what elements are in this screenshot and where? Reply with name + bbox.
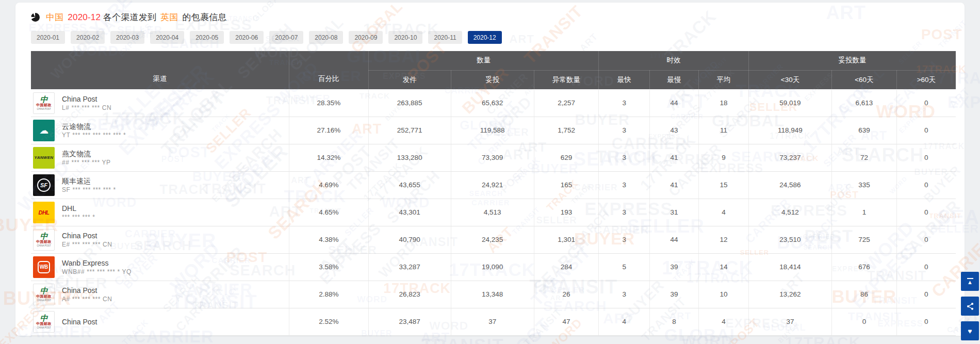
pie-chart-icon	[31, 13, 40, 22]
cell-abnormal: 26	[534, 281, 599, 308]
table-row[interactable]: 中中国邮政CHINA POST China Post E# *** *** **…	[31, 226, 956, 253]
cell-lt60d: 725	[832, 226, 897, 253]
carrier-name: Wanb Express	[62, 258, 132, 268]
table-row[interactable]: 中中国邮政CHINA POST China Post A# *** *** **…	[31, 281, 956, 308]
cell-average: 12	[698, 226, 748, 253]
cell-gt60d: 0	[896, 226, 956, 253]
cell-average: 18	[698, 89, 748, 117]
cell-sent: 43,655	[368, 171, 451, 199]
cell-lt60d: 86	[832, 281, 897, 308]
cell-delivered: 13,348	[451, 281, 534, 308]
title-month: 2020-12	[68, 12, 101, 22]
cell-lt30d: 59,019	[748, 89, 831, 117]
col-header-gt60d: >60天	[896, 70, 956, 89]
tab-2020-04[interactable]: 2020-04	[150, 31, 184, 44]
cell-sent: 43,301	[368, 199, 451, 226]
cell-fastest: 3	[599, 117, 650, 144]
sf-logo: SF	[33, 174, 55, 196]
tracking-number-mask: SF *** *** *** *** *	[62, 186, 116, 194]
back-to-top-button[interactable]: ▲	[961, 272, 979, 291]
tab-2020-03[interactable]: 2020-03	[110, 31, 144, 44]
cell-lt30d: 18,414	[748, 253, 831, 281]
col-header-delivered: 妥投	[451, 70, 534, 89]
table-row[interactable]: WB Wanb Express WNB## *** *** *** * YQ 3…	[31, 253, 956, 281]
cell-fastest: 4	[599, 308, 650, 335]
cell-lt60d: 6,613	[832, 89, 897, 117]
carrier-name: 燕文物流	[62, 149, 111, 158]
cell-fastest: 3	[599, 89, 650, 117]
tracking-number-mask: L# *** *** *** CN	[62, 104, 111, 112]
cell-abnormal: 284	[534, 253, 599, 281]
tab-2020-12[interactable]: 2020-12	[468, 31, 502, 44]
cell-abnormal: 629	[534, 144, 599, 171]
table-row[interactable]: SF 顺丰速运 SF *** *** *** *** * 4.69% 43,65…	[31, 171, 956, 199]
cell-lt30d: 4,512	[748, 199, 831, 226]
cell-average: 4	[698, 308, 748, 335]
cell-gt60d: 0	[896, 308, 956, 335]
cell-average: 4	[698, 199, 748, 226]
cell-sent: 263,885	[368, 89, 451, 117]
tab-2020-06[interactable]: 2020-06	[230, 31, 264, 44]
content-card: 中国 2020-12 各个渠道发到 英国 的包裹信息 2020-012020-0…	[15, 3, 965, 336]
yunexpress-logo: ☁	[33, 120, 55, 141]
tab-2020-11[interactable]: 2020-11	[428, 31, 462, 44]
cell-slowest: 44	[649, 89, 698, 117]
cell-delivered: 24,921	[451, 171, 534, 199]
tracking-number-mask: WNB## *** *** *** * YQ	[62, 268, 132, 276]
cell-sent: 40,790	[368, 226, 451, 253]
table-body: 中中国邮政CHINA POST China Post L# *** *** **…	[31, 89, 956, 335]
favorite-button[interactable]: ♥	[961, 321, 979, 340]
tab-2020-02[interactable]: 2020-02	[71, 31, 105, 44]
cell-slowest: 39	[649, 281, 698, 308]
carrier-name: China Post	[62, 286, 112, 295]
cell-gt60d: 0	[896, 281, 956, 308]
cell-lt60d: 72	[832, 144, 897, 171]
title-dest-country: 英国	[160, 12, 178, 22]
cell-percent: 4.38%	[289, 226, 368, 253]
carrier-name: DHL	[62, 204, 95, 213]
china-post-logo: 中中国邮政CHINA POST	[33, 229, 55, 251]
tab-2020-10[interactable]: 2020-10	[388, 31, 422, 44]
china-post-logo: 中中国邮政CHINA POST	[33, 284, 55, 305]
cell-abnormal: 165	[534, 171, 599, 199]
table-row[interactable]: YANWEN 燕文物流 ## *** *** *** YP 14.32% 133…	[31, 144, 956, 171]
cell-sent: 23,487	[368, 308, 451, 335]
carrier-name: 顺丰速运	[62, 176, 116, 186]
table-row[interactable]: ☁ 云途物流 YT *** *** *** *** *** * 27.16% 2…	[31, 117, 956, 144]
cell-lt30d: 37	[748, 308, 831, 335]
cell-delivered: 119,588	[451, 117, 534, 144]
carrier-name: China Post	[62, 231, 112, 240]
carrier-name: 云途物流	[62, 122, 126, 131]
cell-lt30d: 118,949	[748, 117, 831, 144]
share-button[interactable]	[961, 297, 979, 316]
watermark-word: TRANSIT	[421, 335, 504, 344]
col-header-lt30d: <30天	[748, 70, 831, 89]
col-header-lt60d: <60天	[832, 70, 897, 89]
table-header: 渠道 百分比 数量 时效 妥投数量 发件 妥投 异常数量 最快 最慢 平均 <3…	[31, 51, 956, 89]
cell-percent: 4.65%	[289, 199, 368, 226]
cell-gt60d: 0	[896, 144, 956, 171]
cell-fastest: 3	[599, 281, 650, 308]
cell-slowest: 39	[649, 253, 698, 281]
cell-average: 15	[698, 171, 748, 199]
cell-abnormal: 1,752	[534, 117, 599, 144]
tab-2020-01[interactable]: 2020-01	[31, 31, 65, 44]
cell-percent: 4.69%	[289, 171, 368, 199]
cell-delivered: 73,309	[451, 144, 534, 171]
month-tabs: 2020-012020-022020-032020-042020-052020-…	[31, 31, 956, 44]
tab-2020-07[interactable]: 2020-07	[269, 31, 303, 44]
china-post-logo: 中中国邮政CHINA POST	[33, 311, 55, 333]
cell-sent: 33,287	[368, 253, 451, 281]
cell-average: 9	[698, 144, 748, 171]
tab-2020-09[interactable]: 2020-09	[349, 31, 383, 44]
table-row[interactable]: DHL DHL *** *** *** * 4.65% 43,301 4,513…	[31, 199, 956, 226]
tab-2020-05[interactable]: 2020-05	[190, 31, 224, 44]
tracking-number-mask: *** *** *** *	[62, 213, 95, 221]
tab-2020-08[interactable]: 2020-08	[309, 31, 343, 44]
table-row[interactable]: 中中国邮政CHINA POST China Post 2.52% 23,487 …	[31, 308, 956, 335]
heart-icon: ♥	[968, 327, 972, 335]
wanb-logo: WB	[33, 256, 55, 278]
col-header-channel: 渠道	[31, 51, 289, 89]
parcel-table: 渠道 百分比 数量 时效 妥投数量 发件 妥投 异常数量 最快 最慢 平均 <3…	[31, 51, 956, 336]
table-row[interactable]: 中中国邮政CHINA POST China Post L# *** *** **…	[31, 89, 956, 117]
